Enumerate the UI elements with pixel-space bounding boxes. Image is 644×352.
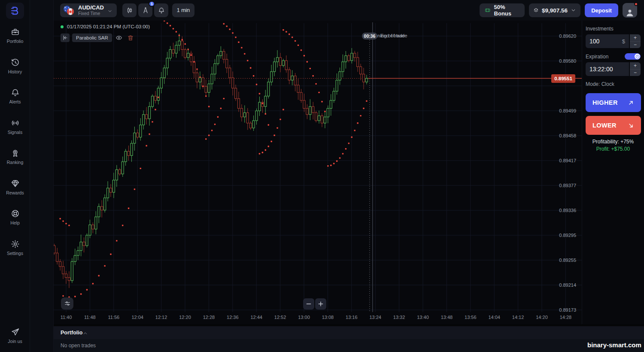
top-toolbar: AUD/CAD Fixed Time 1 1 min 50% Bonus $9,… — [54, 0, 644, 21]
sidebar-item-portfolio[interactable]: Portfolio — [0, 27, 30, 44]
sidebar-item-label: Signals — [8, 130, 22, 135]
time-axis-label: 11:40 — [57, 315, 76, 320]
chevron-down-icon — [107, 8, 112, 13]
time-axis-label: 13:24 — [366, 315, 385, 320]
expiration-value: 13:22:00 — [589, 66, 613, 73]
bell-icon — [11, 88, 20, 97]
expiration-decrease-button[interactable]: − — [630, 70, 641, 76]
deposit-button[interactable]: Deposit — [585, 3, 618, 17]
higher-button[interactable]: HIGHER — [586, 93, 641, 112]
trade-markers: Beginning of trade 00:36 End of trade — [54, 33, 582, 39]
sidebar-item-label: Help — [10, 220, 20, 225]
sidebar-nav: PortfolioHistoryAlertsSignalsRankingRewa… — [0, 0, 30, 352]
price-axis-label: 0.89377 — [550, 183, 576, 188]
logo-icon — [10, 6, 20, 16]
portfolio-header[interactable]: Portfolio — [54, 326, 644, 339]
sidebar-item-label: History — [8, 69, 22, 74]
sidebar-item-label: Rewards — [6, 190, 24, 195]
trade-panel: Investments 100 $ + − Expiration 13:22:0… — [582, 21, 644, 324]
time-axis-label: 12:36 — [223, 315, 242, 320]
signal-icon — [11, 118, 20, 127]
balance-selector[interactable]: $9,907.56 — [529, 3, 580, 17]
sidebar-item-help[interactable]: Help — [0, 209, 30, 225]
time-axis-label: 13:40 — [413, 315, 432, 320]
bonus-label: 50% Bonus — [494, 4, 519, 17]
time-axis-label: 13:00 — [295, 315, 313, 320]
chart-settings-button[interactable] — [61, 297, 73, 310]
minus-icon — [305, 300, 312, 307]
sidebar-item-alerts[interactable]: Alerts — [0, 88, 30, 104]
investment-stepper: + − — [630, 34, 641, 48]
chart-type-button[interactable] — [122, 3, 137, 17]
investments-label: Investments — [586, 26, 641, 32]
app-logo[interactable] — [6, 3, 24, 19]
zoom-in-button[interactable] — [315, 298, 326, 310]
sidebar-item-signals[interactable]: Signals — [0, 118, 30, 135]
zoom-out-button[interactable] — [303, 298, 314, 310]
mode-line: Mode: Clock — [586, 81, 641, 87]
investment-value: 100 — [589, 38, 599, 45]
chart-area[interactable]: 01/17/2025 01:21:24 PM (UTC-03:00) Parab… — [54, 21, 582, 324]
lower-label: LOWER — [592, 122, 617, 129]
expiration-label: Expiration — [586, 54, 608, 60]
notification-dot — [634, 2, 638, 6]
asset-selector[interactable]: AUD/CAD Fixed Time — [60, 3, 117, 17]
asset-flags — [64, 6, 75, 15]
price-axis-label: 0.89417 — [550, 158, 576, 163]
timeframe-button[interactable]: 1 min — [172, 3, 194, 17]
time-axis-label: 12:44 — [247, 315, 266, 320]
time-axis-label: 11:48 — [80, 315, 99, 320]
investment-increase-button[interactable]: + — [630, 34, 641, 42]
countdown-badge: 00:36 — [362, 33, 377, 39]
time-axis-label: 14:04 — [485, 315, 504, 320]
sidebar-item-rewards[interactable]: Rewards — [0, 179, 30, 195]
sidebar-item-history[interactable]: History — [0, 58, 30, 74]
bell-plus-icon — [158, 7, 165, 14]
profit-line: Profit: +$75.00 — [586, 146, 641, 152]
sidebar-item-join-us[interactable]: Join us — [0, 328, 30, 344]
price-axis-label: 0.89295 — [550, 233, 576, 238]
clock-icon — [635, 54, 640, 59]
investment-decrease-button[interactable]: − — [630, 42, 641, 49]
sidebar-item-settings[interactable]: Settings — [0, 240, 30, 256]
asset-mode: Fixed Time — [78, 11, 104, 16]
balance-amount: $9,907.56 — [542, 7, 568, 14]
canada-flag-icon — [67, 8, 74, 15]
history-icon — [11, 58, 20, 67]
watermark: binary-smart.com — [587, 341, 641, 349]
time-axis-label: 12:52 — [271, 315, 290, 320]
arrow-down-right-icon — [628, 122, 634, 129]
add-alert-button[interactable] — [154, 3, 168, 17]
expiration-stepper: + − — [630, 62, 641, 76]
price-axis-label: 0.89214 — [550, 282, 576, 288]
plus-icon — [317, 300, 324, 307]
higher-label: HIGHER — [592, 99, 618, 106]
time-axis-label: 14:20 — [532, 315, 551, 320]
time-axis-label: 11:56 — [104, 315, 123, 320]
sidebar-item-ranking[interactable]: Ranking — [0, 149, 30, 165]
price-axis-label: 0.89336 — [550, 208, 576, 213]
bonus-button[interactable]: 50% Bonus — [480, 3, 525, 17]
expiration-input[interactable]: 13:22:00 — [586, 62, 629, 76]
chevron-up-icon[interactable] — [82, 330, 88, 336]
drawing-tools-button[interactable]: 1 — [138, 3, 152, 17]
sidebar-item-label: Ranking — [7, 160, 24, 165]
time-axis-label: 13:32 — [390, 315, 409, 320]
time-axis-label: 12:04 — [128, 315, 147, 320]
portfolio-title: Portfolio — [61, 330, 82, 336]
avatar[interactable] — [623, 3, 637, 18]
lifebuoy-icon — [11, 209, 20, 218]
investment-input[interactable]: 100 $ — [586, 34, 629, 48]
sidebar-item-label: Portfolio — [7, 39, 24, 44]
gem-icon — [11, 179, 20, 188]
expiration-mode-toggle[interactable] — [625, 53, 641, 60]
currency-symbol: $ — [622, 38, 625, 45]
expiration-increase-button[interactable]: + — [630, 62, 641, 70]
time-axis-label: 13:08 — [318, 315, 337, 320]
asset-pair: AUD/CAD — [78, 5, 104, 11]
price-axis-label: 0.89458 — [550, 133, 576, 138]
lower-button[interactable]: LOWER — [586, 116, 641, 135]
no-open-trades-text: No open trades — [61, 343, 96, 349]
time-axis-label: 13:56 — [461, 315, 480, 320]
price-axis-label: 0.89255 — [550, 258, 576, 263]
